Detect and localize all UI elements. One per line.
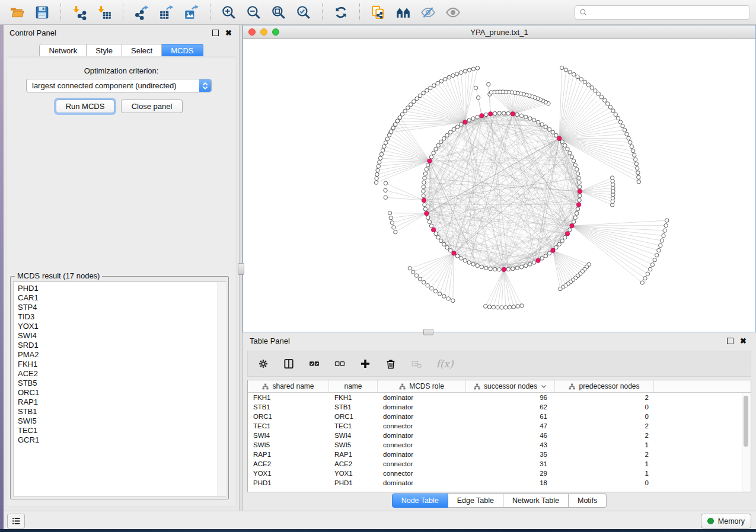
table-row[interactable]: STB1STB1dominator620	[248, 402, 751, 412]
first-neighbors-button[interactable]	[394, 4, 412, 21]
close-table-panel-icon[interactable]: ✖	[740, 337, 747, 345]
search-box[interactable]	[575, 5, 750, 20]
table-row[interactable]: PHD1PHD1dominator180	[248, 478, 751, 488]
table-cell: connector	[378, 441, 466, 448]
mcds-result-item[interactable]: STB5	[14, 379, 225, 388]
hide-selected-button[interactable]	[419, 4, 437, 21]
refresh-button[interactable]	[332, 4, 350, 21]
float-panel-icon[interactable]	[212, 30, 219, 36]
table-row[interactable]: ORC1ORC1dominator610	[248, 412, 751, 421]
mcds-result-item[interactable]: STB1	[14, 407, 225, 416]
table-cell: 61	[466, 413, 555, 420]
search-input[interactable]	[591, 8, 749, 17]
show-all-button[interactable]	[444, 4, 462, 21]
table-cell: 1	[555, 441, 654, 448]
network-window-titlebar[interactable]: YPA_prune.txt_1	[243, 25, 755, 39]
close-panel-icon[interactable]: ✖	[225, 29, 232, 37]
tab-mcds[interactable]: MCDS	[162, 44, 203, 57]
tab-network[interactable]: Network	[39, 44, 87, 57]
add-row-button[interactable]	[358, 357, 372, 371]
mcds-result-item[interactable]: GCR1	[14, 435, 225, 445]
vertical-splitter-handle[interactable]	[238, 263, 244, 275]
mcds-result-item[interactable]: SRD1	[14, 341, 225, 350]
window-minimize-icon[interactable]	[260, 28, 267, 36]
zoom-fit-button[interactable]	[270, 4, 288, 21]
table-cell: 96	[466, 394, 555, 401]
export-network-button[interactable]	[133, 4, 151, 21]
tab-node-table[interactable]: Node Table	[392, 493, 448, 508]
table-cell: STB1	[248, 403, 329, 411]
mcds-result-item[interactable]: CAR1	[14, 293, 225, 303]
export-image-button[interactable]	[183, 4, 200, 21]
window-maximize-icon[interactable]	[272, 28, 279, 36]
table-cell: dominator	[378, 479, 466, 486]
mcds-result-item[interactable]: STP4	[14, 303, 225, 312]
table-scrollbar-thumb[interactable]	[744, 396, 748, 447]
select-all-button[interactable]	[307, 357, 321, 371]
table-row[interactable]: ACE2ACE2connector311	[248, 459, 751, 469]
float-table-panel-icon[interactable]	[727, 338, 733, 344]
export-table-button[interactable]	[158, 4, 176, 21]
mcds-result-item[interactable]: ACE2	[14, 369, 225, 379]
table-row[interactable]: TEC1TEC1connector472	[248, 421, 751, 431]
function-icon: f(x)	[436, 358, 453, 370]
deselect-all-button[interactable]	[333, 357, 347, 371]
table-cell: FKH1	[248, 394, 329, 401]
tab-style[interactable]: Style	[87, 44, 122, 57]
table-cell: dominator	[378, 451, 466, 458]
tab-network-table[interactable]: Network Table	[503, 493, 569, 508]
mcds-result-item[interactable]: PMA2	[14, 350, 225, 360]
mcds-result-item[interactable]: TID3	[14, 312, 225, 322]
column-header-MCDS-role[interactable]: MCDS role	[378, 380, 466, 392]
save-button[interactable]	[33, 4, 51, 21]
copy-network-button[interactable]	[369, 4, 387, 21]
desktop-wallpaper-bottom-edge	[0, 529, 756, 532]
mcds-result-item[interactable]: TEC1	[14, 426, 225, 435]
import-table-button[interactable]	[95, 4, 113, 21]
table-row[interactable]: YOX1YOX1connector291	[248, 469, 751, 478]
column-header-predecessor-nodes[interactable]: predecessor nodes	[555, 380, 654, 392]
mcds-list-scrollbar[interactable]	[218, 281, 226, 496]
mcds-result-item[interactable]: SWI4	[14, 331, 225, 341]
mcds-result-item[interactable]: SWI5	[14, 416, 225, 426]
table-cell: YOX1	[329, 470, 378, 477]
optimization-criterion-label: Optimization criterion:	[4, 66, 239, 75]
horizontal-splitter-handle[interactable]	[423, 329, 433, 335]
table-cell: 29	[466, 470, 555, 477]
zoom-out-button[interactable]	[245, 4, 263, 21]
table-row[interactable]: FKH1FKH1dominator962	[248, 393, 751, 402]
table-cell: connector	[378, 422, 466, 430]
open-folder-button[interactable]	[8, 4, 26, 21]
mcds-result-list[interactable]: PHD1CAR1STP4TID3YOX1SWI4SRD1PMA2FKH1ACE2…	[13, 281, 226, 496]
network-canvas[interactable]	[243, 39, 755, 332]
column-header-successor-nodes[interactable]: successor nodes	[466, 380, 555, 392]
tab-motifs[interactable]: Motifs	[569, 493, 607, 508]
criterion-dropdown[interactable]: largest connected component (undirected)	[26, 79, 212, 92]
zoom-selected-button[interactable]	[295, 4, 312, 21]
tab-select[interactable]: Select	[122, 44, 162, 57]
delete-row-button[interactable]	[384, 357, 398, 371]
table-cell: SWI4	[329, 432, 378, 439]
settings-button[interactable]	[256, 357, 270, 371]
table-scrollbar[interactable]	[742, 393, 750, 492]
column-header-shared-name[interactable]: shared name	[248, 380, 329, 392]
mcds-result-item[interactable]: FKH1	[14, 360, 225, 369]
open-folder-icon	[9, 5, 25, 20]
table-row[interactable]: SWI5SWI5connector431	[248, 440, 751, 450]
mcds-result-item[interactable]: YOX1	[14, 322, 225, 331]
zoom-in-button[interactable]	[220, 4, 238, 21]
mcds-result-item[interactable]: ORC1	[14, 388, 225, 398]
task-history-button[interactable]	[7, 514, 25, 528]
memory-button[interactable]: Memory	[701, 514, 751, 528]
table-row[interactable]: RAP1RAP1dominator352	[248, 450, 751, 459]
mcds-result-item[interactable]: PHD1	[14, 284, 225, 293]
run-mcds-button[interactable]: Run MCDS	[56, 100, 114, 113]
mcds-result-item[interactable]: RAP1	[14, 398, 225, 407]
columns-button[interactable]	[282, 357, 296, 371]
import-network-button[interactable]	[71, 4, 88, 21]
window-close-icon[interactable]	[248, 28, 256, 36]
tab-edge-table[interactable]: Edge Table	[448, 493, 503, 508]
close-panel-button[interactable]: Close panel	[121, 100, 183, 113]
table-row[interactable]: SWI4SWI4dominator462	[248, 431, 751, 440]
column-header-name[interactable]: name	[329, 380, 378, 392]
